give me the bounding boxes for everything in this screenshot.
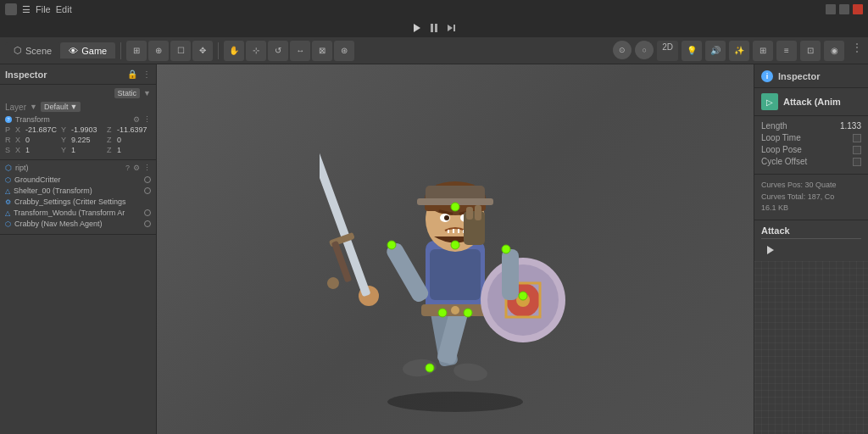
rot-z-val[interactable]: 0 xyxy=(117,136,151,144)
tool-scale[interactable]: ↔ xyxy=(290,41,310,61)
gizmo-btn[interactable]: ⊞ xyxy=(753,41,773,61)
effects-btn[interactable]: ✨ xyxy=(729,41,749,61)
attack-section-title: Attack xyxy=(761,225,861,239)
pause-button[interactable] xyxy=(428,22,440,34)
curves-line2: Curves Total: 187, Co xyxy=(761,192,861,203)
cycle-offset-label: Cycle Offset xyxy=(761,157,849,166)
two-d-button[interactable]: 2D xyxy=(657,41,678,61)
groundcritter-icon: ⬡ xyxy=(5,176,11,184)
curves-line3: 16.1 KB xyxy=(761,203,861,214)
script-settings-icon[interactable]: ⚙ xyxy=(133,164,140,172)
maximize-button[interactable] xyxy=(839,4,849,14)
shelter-toggle[interactable] xyxy=(144,187,151,194)
tool-crosshair[interactable]: ⊹ xyxy=(246,41,266,61)
tool-pivot[interactable]: ⊕ xyxy=(148,41,169,61)
layer-label: Layer xyxy=(5,103,26,112)
rot-y-val[interactable]: 9.225 xyxy=(71,136,105,144)
tool-select[interactable]: ☐ xyxy=(170,41,191,61)
loop-time-row: Loop Time xyxy=(761,133,861,142)
cycle-offset-checkbox[interactable] xyxy=(853,158,861,166)
component-transform-wondu: △ Transform_Wondu (Transform Ar xyxy=(5,209,151,217)
tab-scene[interactable]: ⬡ Scene xyxy=(5,42,60,58)
transform-wondu-label: Transform_Wondu (Transform Ar xyxy=(14,209,125,217)
nav-mesh-icon: ⬡ xyxy=(5,220,11,228)
script-more-icon[interactable]: ⋮ xyxy=(143,164,151,172)
component-crabby-nav: ⬡ Crabby (Nav Mesh Agent) xyxy=(5,220,151,228)
layout-btn[interactable]: ⊡ xyxy=(800,41,821,61)
camera-btn[interactable]: ⊙ xyxy=(613,41,632,59)
close-button[interactable] xyxy=(853,4,863,14)
attack-play-button[interactable] xyxy=(765,244,776,256)
title-bar: ☰ File Edit xyxy=(0,0,868,19)
nav-mesh-toggle[interactable] xyxy=(144,220,151,227)
svg-point-8 xyxy=(451,306,459,314)
tool-custom[interactable]: ⊛ xyxy=(334,41,354,61)
scale-y-val[interactable]: 1 xyxy=(71,146,105,154)
scene-icon: ⬡ xyxy=(14,45,22,56)
transform-settings-icon[interactable]: ⚙ xyxy=(133,115,140,124)
component-crabby-settings: ⚙ Crabby_Settings (Critter Settings xyxy=(5,198,151,206)
rotation-row: R X 0 Y 9.225 Z 0 xyxy=(5,136,151,144)
critter-settings-label: Crabby_Settings (Critter Settings xyxy=(14,198,126,206)
playback-bar xyxy=(0,19,868,37)
tool-rect[interactable]: ⊞ xyxy=(126,41,147,61)
curves-info: Curves Pos: 30 Quate Curves Total: 187, … xyxy=(754,175,868,220)
globe-btn[interactable]: ◉ xyxy=(824,41,844,61)
scale-label: S xyxy=(5,146,14,154)
pos-x-val[interactable]: -21.687C xyxy=(25,125,59,134)
scale-x-label: X xyxy=(15,146,24,154)
menu-item-edit[interactable]: Edit xyxy=(56,4,72,14)
more-options-icon[interactable]: ⋮ xyxy=(142,70,151,79)
component-groundcritter: ⬡ GroundCritter xyxy=(5,175,151,184)
layer-dropdown[interactable]: Default ▼ xyxy=(41,102,81,112)
scale-x-val[interactable]: 1 xyxy=(25,146,59,154)
anim-clip-icon: ▷ xyxy=(761,93,778,110)
groundcritter-toggle[interactable] xyxy=(144,176,151,183)
tool-rotate[interactable]: ↺ xyxy=(268,41,288,61)
shelter-icon: △ xyxy=(5,187,10,195)
script-label: ript) xyxy=(15,164,29,172)
audio-btn[interactable]: 🔊 xyxy=(705,41,726,61)
loop-pose-checkbox[interactable] xyxy=(853,146,861,154)
script-help-icon[interactable]: ? xyxy=(125,164,130,172)
play-button[interactable] xyxy=(411,22,423,34)
component-shelter: △ Shelter_00 (Transform) xyxy=(5,186,151,195)
svg-point-39 xyxy=(438,309,447,317)
scale-z-val[interactable]: 1 xyxy=(117,146,151,154)
step-button[interactable] xyxy=(445,22,457,34)
tool-transform[interactable]: ⊠ xyxy=(312,41,332,61)
toolbar-separator-2 xyxy=(218,42,219,59)
right-inspector-title: Inspector xyxy=(778,71,821,81)
left-inspector-panel: Inspector 🔒 ⋮ Static ▼ Layer ▼ Default ▼ xyxy=(0,64,157,434)
loop-time-checkbox[interactable] xyxy=(853,134,861,142)
light-btn[interactable]: 💡 xyxy=(682,41,702,61)
right-inspector-panel: i Inspector ▷ Attack (Anim Length 1.133 … xyxy=(754,64,868,434)
anim-header: ▷ Attack (Anim xyxy=(754,88,868,116)
length-label: Length xyxy=(761,121,837,131)
layer-value: Default xyxy=(44,103,69,111)
pos-z-val[interactable]: -11.6397 xyxy=(117,125,151,134)
game-view[interactable] xyxy=(157,64,754,434)
lock-icon[interactable]: 🔒 xyxy=(127,70,137,79)
scale-z-label: Z xyxy=(107,146,115,154)
menu-item-file[interactable]: File xyxy=(36,4,51,14)
loop-time-label: Loop Time xyxy=(761,133,849,142)
transform-wondu-toggle[interactable] xyxy=(144,209,151,216)
groundcritter-label: GroundCritter xyxy=(14,175,61,184)
tab-game[interactable]: 👁 Game xyxy=(60,42,115,58)
svg-rect-20 xyxy=(384,241,431,304)
static-badge: Static xyxy=(114,88,141,98)
position-row: P X -21.687C Y -1.9903 Z -11.6397 xyxy=(5,125,151,134)
more-button[interactable]: ⋮ xyxy=(851,41,863,61)
minimize-button[interactable] xyxy=(826,4,836,14)
tool-group-left: ⊞ ⊕ ☐ ✥ xyxy=(126,41,213,61)
layers-btn[interactable]: ≡ xyxy=(776,41,797,61)
rot-z-label: Z xyxy=(107,136,115,144)
rot-x-val[interactable]: 0 xyxy=(25,136,59,144)
sphere-btn[interactable]: ○ xyxy=(635,41,654,59)
tool-move[interactable]: ✥ xyxy=(192,41,213,61)
transform-more-icon[interactable]: ⋮ xyxy=(143,115,151,124)
pos-y-val[interactable]: -1.9903 xyxy=(71,125,105,134)
grid-area xyxy=(754,261,868,435)
tool-hand[interactable]: ✋ xyxy=(224,41,244,61)
